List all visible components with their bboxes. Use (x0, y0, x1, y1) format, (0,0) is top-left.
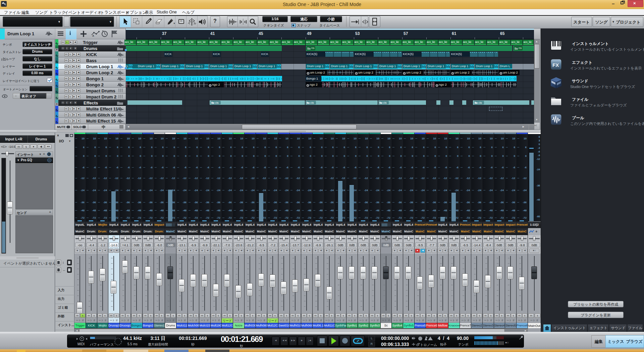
svg-text:A: A (92, 34, 94, 37)
svg-text:FX: FX (552, 62, 559, 68)
